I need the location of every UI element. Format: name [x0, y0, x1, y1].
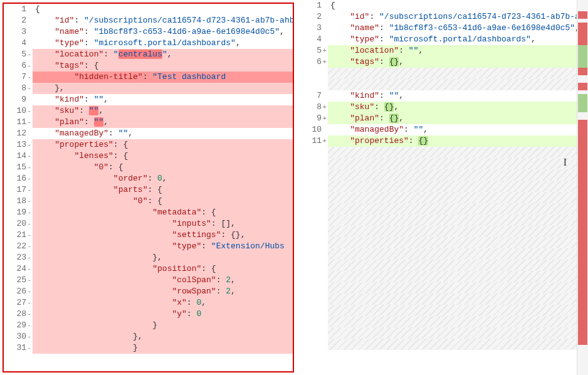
code-line[interactable] — [328, 271, 588, 282]
code-line[interactable]: "plan": "", — [33, 117, 293, 128]
code-line[interactable]: "hidden-title": "Test dashboard — [33, 71, 293, 83]
code-line[interactable]: }, — [33, 331, 293, 342]
code-line[interactable] — [328, 203, 588, 214]
code-line[interactable]: "0": { — [33, 162, 293, 173]
code-line[interactable] — [328, 305, 588, 316]
code-line[interactable]: "id": "/subscriptions/ca116574-d723-4361… — [328, 11, 588, 23]
code-line[interactable] — [328, 339, 588, 350]
code-line[interactable] — [328, 68, 588, 79]
line-number — [299, 158, 322, 169]
line-number: 9 — [4, 94, 26, 105]
line-number: 24- — [4, 263, 26, 275]
minimap-chunk[interactable] — [578, 83, 587, 90]
line-number: 2 — [299, 11, 322, 23]
code-line[interactable]: "sku": {}, — [328, 102, 588, 113]
code-line[interactable]: "y": 0 — [33, 309, 293, 320]
line-number: 8+ — [299, 102, 322, 113]
left-pane[interactable]: 12345-6-7-8-910-11-1213-14-15-16-17-18-1… — [3, 3, 294, 372]
code-line[interactable]: "order": 0, — [33, 173, 293, 184]
code-line[interactable]: "properties": {} — [328, 135, 588, 147]
code-line[interactable] — [328, 237, 588, 248]
minimap-chunk[interactable] — [578, 11, 587, 19]
code-line[interactable]: "lenses": { — [33, 151, 293, 162]
code-line[interactable] — [328, 293, 588, 305]
line-number — [299, 271, 322, 282]
code-line[interactable]: "name": "1b8cf8f3-c653-41d6-a9ae-6e1698e… — [328, 23, 588, 34]
code-line[interactable]: "type": "microsoft.portal/dashboards", — [328, 34, 588, 45]
minimap-chunk[interactable] — [578, 94, 587, 113]
right-pane[interactable]: 12345+6+78+9+1011+ { "id": "/subscriptio… — [299, 0, 588, 375]
code-line[interactable] — [328, 147, 588, 158]
line-number: 20- — [4, 218, 26, 230]
code-line[interactable]: "colSpan": 2, — [33, 275, 293, 286]
left-code-area: 12345-6-7-8-910-11-1213-14-15-16-17-18-1… — [4, 4, 293, 371]
code-line[interactable]: "0": { — [33, 196, 293, 207]
code-line[interactable]: "sku": "", — [33, 105, 293, 117]
code-line[interactable]: { — [33, 4, 293, 15]
code-line[interactable]: }, — [33, 83, 293, 94]
line-number — [299, 214, 322, 226]
line-number: 17- — [4, 184, 26, 196]
left-lines[interactable]: { "id": "/subscriptions/ca116574-d723-43… — [33, 4, 293, 371]
code-line[interactable] — [328, 181, 588, 192]
code-line[interactable]: "kind": "", — [328, 90, 588, 102]
code-line[interactable]: "plan": {}, — [328, 113, 588, 124]
line-number: 11+ — [299, 135, 322, 147]
line-number: 19- — [4, 207, 26, 218]
code-line[interactable]: "name": "1b8cf8f3-c653-41d6-a9ae-6e1698e… — [33, 26, 293, 38]
line-number: 13- — [4, 139, 26, 151]
code-line[interactable]: "position": { — [33, 263, 293, 275]
code-line[interactable]: "managedBy": "", — [328, 124, 588, 135]
code-line[interactable]: "type": "Extension/Hubs — [33, 241, 293, 252]
line-number — [299, 339, 322, 350]
line-number: 12 — [4, 128, 26, 139]
code-line[interactable]: "tags": { — [33, 60, 293, 71]
code-line[interactable]: "x": 0, — [33, 297, 293, 309]
minimap-chunk[interactable] — [578, 120, 587, 345]
code-line[interactable]: "managedBy": "", — [33, 128, 293, 139]
code-line[interactable]: } — [33, 320, 293, 331]
line-number: 28- — [4, 309, 26, 320]
code-line[interactable] — [328, 282, 588, 293]
code-line[interactable]: "inputs": [], — [33, 218, 293, 230]
line-number — [299, 68, 322, 79]
minimap[interactable] — [577, 0, 588, 375]
code-line[interactable]: "metadata": { — [33, 207, 293, 218]
code-line[interactable]: "type": "microsoft.portal/dashboards", — [33, 38, 293, 49]
line-number: 2 — [4, 15, 26, 26]
line-number — [299, 248, 322, 260]
code-line[interactable] — [328, 327, 588, 339]
code-line[interactable]: "location": "", — [328, 45, 588, 56]
code-line[interactable] — [328, 169, 588, 181]
line-number: 9+ — [299, 113, 322, 124]
code-line[interactable] — [328, 79, 588, 90]
code-line[interactable]: { — [328, 0, 588, 11]
code-line[interactable]: "id": "/subscriptions/ca116574-d723-4361… — [33, 15, 293, 26]
code-line[interactable] — [328, 214, 588, 226]
code-line[interactable]: }, — [33, 252, 293, 263]
code-line[interactable]: "kind": "", — [33, 94, 293, 105]
code-line[interactable]: "tags": {}, — [328, 56, 588, 68]
minimap-chunk[interactable] — [578, 45, 587, 68]
code-line[interactable] — [328, 248, 588, 260]
code-line[interactable] — [328, 316, 588, 327]
line-number — [299, 237, 322, 248]
line-number: 7- — [4, 71, 26, 83]
code-line[interactable]: "parts": { — [33, 184, 293, 196]
line-number: 21- — [4, 230, 26, 241]
code-line[interactable]: "rowSpan": 2, — [33, 286, 293, 297]
code-line[interactable] — [328, 260, 588, 271]
code-line[interactable] — [328, 158, 588, 169]
line-number — [299, 305, 322, 316]
code-line[interactable]: } — [33, 342, 293, 354]
code-line[interactable] — [328, 192, 588, 203]
code-line[interactable]: "settings": {}, — [33, 230, 293, 241]
line-number: 5- — [4, 49, 26, 60]
line-number — [299, 293, 322, 305]
code-line[interactable]: "properties": { — [33, 139, 293, 151]
line-number: 5+ — [299, 45, 322, 56]
line-number: 6- — [4, 60, 26, 71]
right-lines[interactable]: { "id": "/subscriptions/ca116574-d723-43… — [328, 0, 588, 375]
code-line[interactable]: "location": "centralus", — [33, 49, 293, 60]
code-line[interactable] — [328, 226, 588, 237]
